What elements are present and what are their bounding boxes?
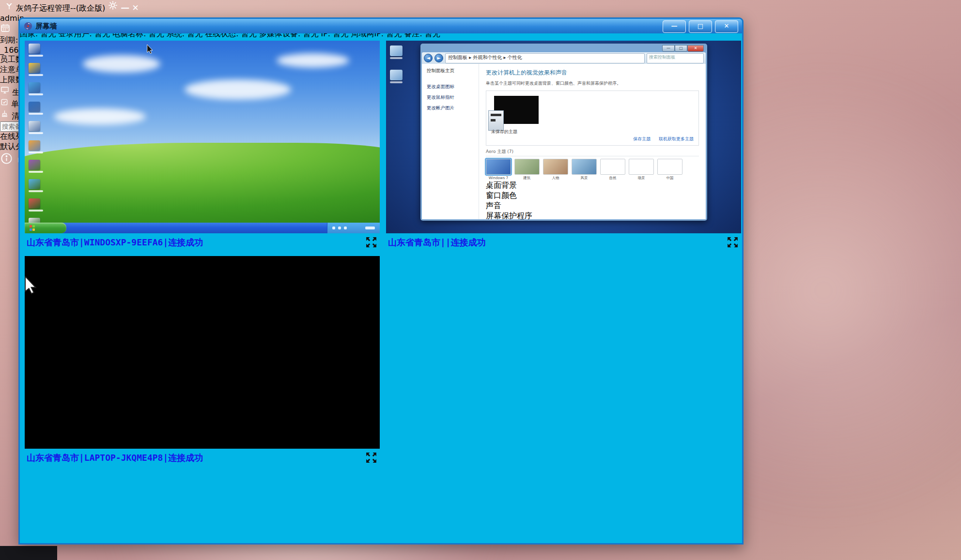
section-heading: 更改计算机上的视觉效果和声音 bbox=[486, 69, 699, 77]
theme-preview bbox=[494, 96, 539, 124]
aero-theme-item[interactable]: 人物 bbox=[543, 159, 568, 181]
aero-theme-item[interactable]: 建筑 bbox=[514, 159, 540, 181]
personalize-item[interactable]: 桌面背景 bbox=[486, 181, 699, 191]
aero-theme-item[interactable]: 风景 bbox=[572, 159, 597, 181]
desktop-icon bbox=[390, 70, 403, 83]
cell-status-bar: 山东省青岛市|LAPTOP-JKQME4P8|连接成功 bbox=[25, 449, 380, 468]
windows-flag-icon bbox=[30, 225, 35, 231]
sidebar-link: 更改鼠标指针 bbox=[427, 94, 479, 101]
sidebar-link: 控制面板主页 bbox=[427, 68, 479, 74]
screen-wall-app-icon bbox=[24, 22, 32, 30]
breadcrumb: 控制面板 ▸ 外观和个性化 ▸ 个性化 bbox=[445, 53, 645, 63]
get-themes-link: 联机获取更多主题 bbox=[659, 136, 694, 141]
minimize-button[interactable]: — bbox=[663, 20, 686, 33]
theme-dialog-icon bbox=[488, 110, 504, 131]
checkbox-icon bbox=[0, 98, 9, 106]
broom-icon bbox=[0, 109, 9, 119]
taskbar-fragment bbox=[0, 546, 57, 560]
xp-desktop-icons bbox=[29, 44, 48, 233]
nested-connection-label: 山东省青岛市||连接成功 bbox=[25, 266, 380, 276]
connection-label: 山东省青岛市|LAPTOP-JKQME4P8|连接成功 bbox=[27, 452, 203, 464]
desktop-icon bbox=[29, 198, 48, 212]
nested-screen-wall-window: 山东省青岛市|WINDOSXP-9EEFA6|连接成功 山东省青岛市||连接成功 bbox=[25, 256, 380, 297]
close-button[interactable]: ✕ bbox=[715, 20, 738, 33]
minimize-button: — bbox=[662, 45, 675, 52]
xp-hill bbox=[25, 143, 380, 223]
forward-icon: ► bbox=[434, 54, 443, 62]
remote-screen-cell: — □ ✕ ◄ ► 控制面板 ▸ 外观和个性化 ▸ 个性化 搜索控制面板 控制面… bbox=[386, 41, 741, 253]
connection-label: 山东省青岛市||连接成功 bbox=[388, 237, 486, 248]
panel-title: 灰鸽子远程管理--(政企版) bbox=[16, 3, 105, 13]
maximize-button[interactable]: □ bbox=[689, 20, 712, 33]
close-button: ✕ bbox=[687, 45, 704, 52]
desktop-icon bbox=[390, 45, 403, 59]
app-logo-icon bbox=[5, 2, 14, 11]
mouse-cursor-icon bbox=[147, 45, 154, 54]
info-icon[interactable] bbox=[0, 152, 13, 165]
mouse-cursor-icon bbox=[25, 276, 37, 295]
remote-screenshot-desktop[interactable]: 山东省青岛市|WINDOSXP-9EEFA6|连接成功 山东省青岛市||连接成功 bbox=[25, 256, 380, 449]
search-input: 搜索控制面板 bbox=[647, 53, 704, 63]
desktop-wallpaper: 屏幕墙 — □ ✕ bbox=[0, 0, 961, 167]
sidebar-link: 更改帐户图片 bbox=[427, 105, 479, 111]
nested-connection-label: 山东省青岛市|WINDOSXP-9EEFA6|连接成功 bbox=[25, 256, 380, 266]
minimize-button[interactable]: — bbox=[121, 2, 129, 13]
expand-icon[interactable] bbox=[726, 236, 739, 249]
aero-theme-item[interactable]: Windows 7 bbox=[486, 159, 511, 181]
current-theme-box: 未保存的主题 保存主题 联机获取更多主题 bbox=[486, 91, 699, 146]
aero-theme-item[interactable]: 中国 bbox=[657, 159, 682, 181]
personalization-window: — □ ✕ ◄ ► 控制面板 ▸ 外观和个性化 ▸ 个性化 搜索控制面板 控制面… bbox=[420, 44, 707, 221]
screen-wall-titlebar[interactable]: 屏幕墙 — □ ✕ bbox=[20, 19, 742, 33]
expand-icon[interactable] bbox=[365, 451, 378, 464]
xp-taskbar bbox=[25, 223, 380, 233]
remote-screenshot-xp[interactable] bbox=[25, 41, 380, 233]
personalize-bottom-row: 桌面背景窗口颜色声音屏幕保护程序 bbox=[486, 181, 699, 219]
aero-theme-row: Windows 7建筑人物风景自然场景中国 bbox=[486, 159, 699, 181]
expand-icon[interactable] bbox=[365, 236, 378, 249]
back-icon: ◄ bbox=[424, 54, 433, 62]
desktop-icon bbox=[29, 140, 48, 153]
control-panel-sidebar: 控制面板主页 更改桌面图标 更改鼠标指针 更改帐户图片 bbox=[422, 64, 479, 219]
cell-status-bar: 山东省青岛市||连接成功 bbox=[386, 233, 741, 253]
security-watermark-text: 信息安全检测系统--试用 bbox=[25, 297, 380, 307]
desktop-icon bbox=[29, 160, 48, 173]
close-button[interactable]: ✕ bbox=[132, 3, 139, 13]
desktop-icon bbox=[29, 102, 48, 115]
aero-theme-item[interactable]: 自然 bbox=[600, 159, 625, 181]
desktop-icon bbox=[29, 82, 48, 95]
desktop-icon bbox=[29, 121, 48, 134]
section-description: 单击某个主题可同时更改桌面背景、窗口颜色、声音和屏幕保护程序。 bbox=[486, 80, 699, 87]
gear-icon[interactable] bbox=[108, 0, 118, 11]
remote-screen-cell: 山东省青岛市|WINDOSXP-9EEFA6|连接成功 山东省青岛市||连接成功 bbox=[25, 256, 380, 468]
monitor-icon bbox=[0, 85, 10, 95]
unsaved-theme-label: 未保存的主题 bbox=[491, 129, 517, 135]
personalize-item[interactable]: 窗口颜色 bbox=[486, 191, 699, 201]
cloud bbox=[54, 108, 146, 125]
cloud bbox=[185, 79, 291, 100]
personalize-item[interactable]: 声音 bbox=[486, 201, 699, 211]
personalization-content: 更改计算机上的视觉效果和声音 单击某个主题可同时更改桌面背景、窗口颜色、声音和屏… bbox=[479, 64, 706, 219]
aero-theme-item[interactable]: 场景 bbox=[629, 159, 654, 181]
panel-titlebar[interactable]: 灰鸽子远程管理--(政企版) — ✕ bbox=[0, 0, 961, 14]
win7-caption-bar: — □ ✕ bbox=[422, 44, 706, 52]
connection-label: 山东省青岛市|WINDOSXP-9EEFA6|连接成功 bbox=[27, 237, 203, 248]
screen-wall-window: 屏幕墙 — □ ✕ bbox=[18, 17, 744, 545]
calendar-icon[interactable] bbox=[0, 23, 11, 33]
remote-screenshot-win7[interactable]: — □ ✕ ◄ ► 控制面板 ▸ 外观和个性化 ▸ 个性化 搜索控制面板 控制面… bbox=[386, 41, 741, 233]
desktop-icon bbox=[29, 63, 48, 76]
sidebar-link: 更改桌面图标 bbox=[427, 84, 479, 90]
address-bar: ◄ ► 控制面板 ▸ 外观和个性化 ▸ 个性化 搜索控制面板 bbox=[422, 52, 706, 64]
cloud bbox=[83, 55, 160, 73]
xp-tray bbox=[327, 223, 380, 233]
desktop-icon bbox=[29, 179, 48, 192]
aero-section-label: Aero 主题 (7) bbox=[486, 149, 699, 156]
remote-screen-cell: 山东省青岛市|WINDOSXP-9EEFA6|连接成功 bbox=[25, 41, 380, 253]
xp-start-button bbox=[25, 223, 66, 233]
cell-status-bar: 山东省青岛市|WINDOSXP-9EEFA6|连接成功 bbox=[25, 233, 380, 253]
personalize-item[interactable]: 屏幕保护程序 bbox=[486, 211, 699, 219]
cloud bbox=[277, 53, 349, 68]
desktop-icon bbox=[29, 44, 48, 57]
save-theme-link: 保存主题 bbox=[633, 136, 651, 141]
window-title: 屏幕墙 bbox=[35, 22, 57, 31]
maximize-button: □ bbox=[675, 45, 687, 52]
